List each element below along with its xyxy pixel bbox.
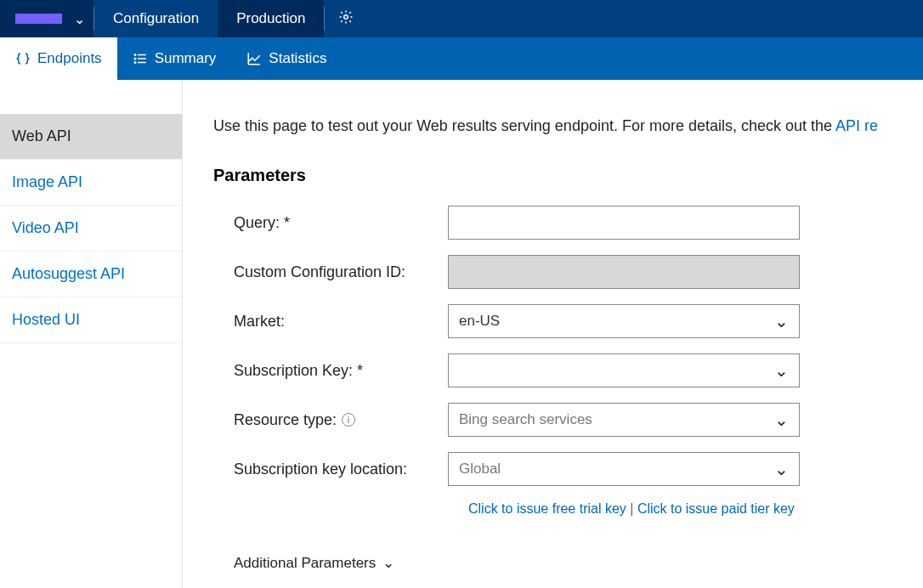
resource-type-select[interactable]: Bing search services ⌄	[448, 403, 800, 437]
market-select[interactable]: en-US ⌄	[448, 304, 800, 338]
sidebar-item-label: Hosted UI	[12, 311, 80, 328]
label-query: Query: *	[234, 214, 448, 232]
sidebar-item-web-api[interactable]: Web API	[0, 114, 182, 160]
tab-label: Summary	[155, 50, 217, 67]
query-input[interactable]	[459, 206, 789, 239]
nav-item-configuration[interactable]: Configuration	[94, 0, 218, 37]
sidebar-item-label: Video API	[12, 219, 79, 236]
list-icon	[133, 51, 148, 66]
svg-point-4	[134, 54, 136, 56]
info-icon[interactable]: i	[342, 413, 355, 427]
chevron-down-icon: ⌄	[774, 360, 789, 381]
row-custom-config: Custom Configuration ID:	[234, 255, 923, 289]
row-subscription-location: Subscription key location: Global ⌄	[234, 452, 923, 486]
nav-label: Configuration	[113, 10, 199, 27]
additional-parameters-toggle[interactable]: Additional Parameters ⌄	[234, 554, 923, 572]
api-reference-link[interactable]: API re	[835, 117, 878, 134]
trial-key-link[interactable]: Click to issue free trial key	[468, 501, 626, 516]
query-input-wrapper	[448, 206, 800, 240]
intro-prefix: Use this page to test out your Web resul…	[213, 117, 835, 134]
paid-key-link[interactable]: Click to issue paid tier key	[637, 501, 795, 516]
custom-config-field	[448, 255, 800, 289]
row-subscription-key: Subscription Key: * ⌄	[234, 353, 923, 387]
svg-point-6	[134, 62, 136, 64]
tab-label: Statistics	[269, 50, 326, 67]
key-links-row: Click to issue free trial key | Click to…	[468, 501, 923, 517]
row-query: Query: *	[234, 206, 923, 240]
chevron-down-icon: ⌄	[774, 311, 789, 331]
parameters-heading: Parameters	[213, 166, 923, 185]
label-subscription-location: Subscription key location:	[234, 461, 448, 478]
content-pane: Use this page to test out your Web resul…	[183, 80, 923, 588]
top-navbar: ⌄ Configuration Production	[0, 0, 923, 37]
tab-summary[interactable]: Summary	[117, 37, 232, 80]
brand-mark	[15, 14, 62, 24]
sidebar-item-video-api[interactable]: Video API	[0, 206, 182, 252]
nav-label: Production	[236, 10, 305, 27]
subscription-location-select[interactable]: Global ⌄	[448, 452, 800, 486]
label-resource-type-text: Resource type:	[234, 411, 337, 429]
settings-button[interactable]	[325, 0, 367, 37]
sidebar-item-label: Web API	[12, 127, 71, 144]
svg-point-5	[134, 58, 136, 59]
chevron-down-icon: ⌄	[74, 11, 85, 27]
additional-parameters-label: Additional Parameters	[234, 555, 376, 572]
label-resource-type: Resource type: i	[234, 411, 448, 429]
brand-dropdown[interactable]: ⌄	[0, 0, 93, 37]
sidebar-item-label: Image API	[12, 173, 82, 190]
tab-statistics[interactable]: Statistics	[231, 37, 342, 80]
chevron-down-icon: ⌄	[774, 410, 789, 430]
chevron-down-icon: ⌄	[382, 554, 394, 572]
row-market: Market: en-US ⌄	[234, 304, 923, 338]
label-subscription-key: Subscription Key: *	[234, 362, 448, 380]
tab-label: Endpoints	[37, 50, 102, 67]
resource-type-value: Bing search services	[459, 411, 592, 428]
label-market: Market:	[234, 313, 448, 331]
sidebar-item-hosted-ui[interactable]: Hosted UI	[0, 297, 182, 343]
braces-icon	[15, 51, 31, 66]
tab-endpoints[interactable]: Endpoints	[0, 37, 117, 80]
chart-icon	[246, 51, 262, 66]
row-resource-type: Resource type: i Bing search services ⌄	[234, 403, 923, 437]
intro-text: Use this page to test out your Web resul…	[213, 117, 923, 135]
link-divider: |	[626, 501, 637, 516]
subscription-location-value: Global	[459, 461, 501, 478]
sidebar-item-image-api[interactable]: Image API	[0, 160, 182, 206]
gear-icon	[338, 9, 354, 28]
market-value: en-US	[459, 313, 500, 330]
sidebar-item-label: Autosuggest API	[12, 265, 125, 282]
tabstrip: Endpoints Summary Statistics	[0, 37, 923, 80]
subscription-key-select[interactable]: ⌄	[448, 353, 800, 387]
sidebar-item-autosuggest-api[interactable]: Autosuggest API	[0, 252, 182, 297]
svg-point-0	[344, 15, 348, 20]
parameters-form: Query: * Custom Configuration ID: Market…	[213, 206, 923, 572]
sidebar: Web API Image API Video API Autosuggest …	[0, 80, 183, 588]
main-area: Web API Image API Video API Autosuggest …	[0, 80, 923, 588]
label-custom-config: Custom Configuration ID:	[234, 263, 448, 281]
nav-item-production[interactable]: Production	[218, 0, 324, 37]
chevron-down-icon: ⌄	[774, 459, 789, 479]
